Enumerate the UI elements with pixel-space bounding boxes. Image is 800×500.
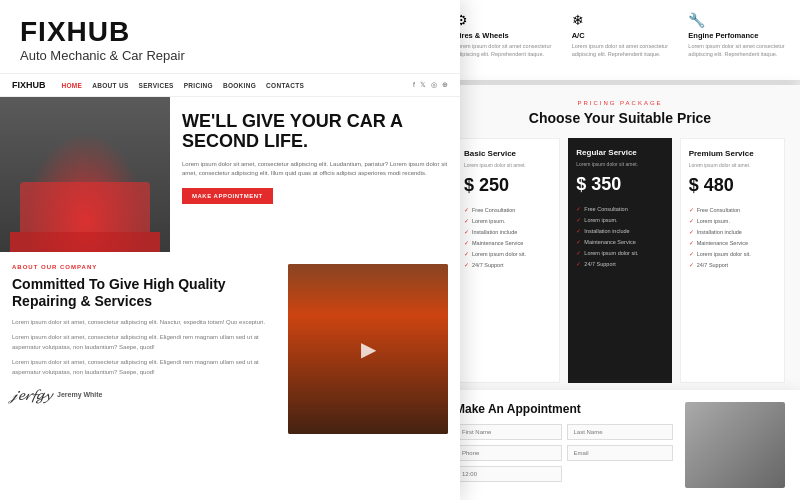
premium-plan: Premium Service Lorem ipsum dolor sit am… <box>680 138 785 383</box>
right-panel: ⚙ Tires & Wheels Lorem ipsum dolor sit a… <box>410 0 800 500</box>
about-image <box>288 264 448 434</box>
basic-plan-desc: Lorem ipsum dolor sit amet. <box>464 162 551 169</box>
social-pinterest[interactable]: ⊕ <box>442 81 448 89</box>
email-input[interactable] <box>567 445 674 461</box>
nav-item-home[interactable]: HOME <box>62 82 83 89</box>
check-icon: ✓ <box>689 239 694 246</box>
regular-plan-price: $ 350 <box>576 174 663 195</box>
regular-plan-features: ✓ Free Consultation ✓ Lorem ipsum. ✓ Ins… <box>576 203 663 269</box>
booking-form: Make An Appointment <box>455 402 673 488</box>
hero-section: WE'LL GIVE YOUR CAR A SECOND LIFE. Lorem… <box>0 97 460 252</box>
feature-item: ✓ Maintenance Service <box>576 236 663 247</box>
check-icon: ✓ <box>689 206 694 213</box>
first-name-input[interactable] <box>455 424 562 440</box>
service-item-tires: ⚙ Tires & Wheels Lorem ipsum dolor sit a… <box>455 12 552 58</box>
feature-item: ✓ Lorem ipsum. <box>464 215 551 226</box>
about-content: ABOUT OUR COMPANY Committed To Give High… <box>12 264 278 447</box>
check-icon: ✓ <box>464 239 469 246</box>
hero-image <box>0 97 170 252</box>
feature-item: ✓ Lorem ipsum dolor sit. <box>464 248 551 259</box>
feature-item: ✓ Installation include <box>576 225 663 236</box>
check-icon: ✓ <box>464 217 469 224</box>
check-icon: ✓ <box>576 260 581 267</box>
feature-item: ✓ Installation include <box>464 226 551 237</box>
feature-item: ✓ Free Consultation <box>576 203 663 214</box>
nav-bar: FIXHUB HOME ABOUT US SERVICES PRICING BO… <box>0 73 460 97</box>
basic-plan-name: Basic Service <box>464 149 551 158</box>
feature-item: ✓ Maintenance Service <box>689 237 776 248</box>
brand-title: FIXHUB <box>20 18 440 46</box>
about-label: ABOUT OUR COMPANY <box>12 264 273 270</box>
feature-item: ✓ Lorem ipsum dolor sit. <box>689 248 776 259</box>
feature-item: ✓ 24/7 Support <box>689 259 776 270</box>
booking-image-bg <box>685 402 785 488</box>
check-icon: ✓ <box>464 261 469 268</box>
engine-name: Engine Perfomance <box>688 31 785 40</box>
basic-plan-price: $ 250 <box>464 175 551 196</box>
social-instagram[interactable]: ◎ <box>431 81 437 89</box>
about-desc-3: Lorem ipsum dolor sit amet, consectetur … <box>12 358 273 377</box>
about-title: Committed To Give High Quality Repairing… <box>12 276 273 310</box>
booking-image <box>685 402 785 488</box>
time-input[interactable] <box>455 466 562 482</box>
check-icon: ✓ <box>689 261 694 268</box>
check-icon: ✓ <box>576 216 581 223</box>
hero-image-bg <box>0 97 170 252</box>
brand-subtitle: Auto Mechanic & Car Repair <box>20 48 440 63</box>
nav-item-pricing[interactable]: PRICING <box>184 82 213 89</box>
booking-fields <box>455 424 673 482</box>
premium-plan-name: Premium Service <box>689 149 776 158</box>
pricing-plans: Basic Service Lorem ipsum dolor sit amet… <box>455 138 785 383</box>
social-twitter[interactable]: 𝕏 <box>420 81 426 89</box>
check-icon: ✓ <box>464 228 469 235</box>
last-name-input[interactable] <box>567 424 674 440</box>
nav-item-services[interactable]: SERVICES <box>139 82 174 89</box>
ac-name: A/C <box>572 31 669 40</box>
make-appointment-button[interactable]: MAKE APPOINTMENT <box>182 188 273 204</box>
regular-plan: Regular Service Lorem ipsum dolor sit am… <box>568 138 671 383</box>
feature-item: ✓ Free Consultation <box>689 204 776 215</box>
left-panel: FIXHUB Auto Mechanic & Car Repair FIXHUB… <box>0 0 460 500</box>
nav-item-booking[interactable]: BOOKING <box>223 82 256 89</box>
social-facebook[interactable]: f <box>413 81 415 89</box>
feature-item: ✓ Lorem ipsum. <box>576 214 663 225</box>
about-section: ABOUT OUR COMPANY Committed To Give High… <box>0 252 460 447</box>
ac-icon: ❄ <box>572 12 669 28</box>
feature-item: ✓ 24/7 Support <box>576 258 663 269</box>
booking-title: Make An Appointment <box>455 402 673 416</box>
check-icon: ✓ <box>689 217 694 224</box>
basic-plan-features: ✓ Free Consultation ✓ Lorem ipsum. ✓ Ins… <box>464 204 551 270</box>
nav-logo[interactable]: FIXHUB <box>12 80 46 90</box>
feature-item: ✓ Lorem ipsum dolor sit. <box>576 247 663 258</box>
premium-plan-desc: Lorem ipsum dolor sit amet. <box>689 162 776 169</box>
hero-content: WE'LL GIVE YOUR CAR A SECOND LIFE. Lorem… <box>170 97 460 252</box>
regular-plan-name: Regular Service <box>576 148 663 157</box>
nav-social: f 𝕏 ◎ ⊕ <box>413 81 448 89</box>
ac-desc: Lorem ipsum dolor sit amet consectetur a… <box>572 43 669 58</box>
feature-item: ✓ Free Consultation <box>464 204 551 215</box>
pricing-label: PRICING PACKAGE <box>455 100 785 106</box>
check-icon: ✓ <box>576 205 581 212</box>
booking-card: Make An Appointment <box>440 390 800 500</box>
feature-item: ✓ Lorem ipsum. <box>689 215 776 226</box>
about-desc-1: Lorem ipsum dolor sit amet, consectetur … <box>12 318 273 328</box>
phone-input[interactable] <box>455 445 562 461</box>
nav-item-contacts[interactable]: CONTACTS <box>266 82 304 89</box>
signature-name: Jeremy White <box>57 391 103 398</box>
services-card: ⚙ Tires & Wheels Lorem ipsum dolor sit a… <box>440 0 800 80</box>
engine-icon: 🔧 <box>688 12 785 28</box>
pricing-title: Choose Your Suitable Price <box>455 110 785 126</box>
nav-item-about[interactable]: ABOUT US <box>92 82 128 89</box>
hero-description: Lorem ipsum dolor sit amet, consectetur … <box>182 160 448 178</box>
feature-item: ✓ 24/7 Support <box>464 259 551 270</box>
engine-desc: Lorem ipsum dolor sit amet consectetur a… <box>688 43 785 58</box>
hero-headline: WE'LL GIVE YOUR CAR A SECOND LIFE. <box>182 112 448 152</box>
brand-header: FIXHUB Auto Mechanic & Car Repair <box>0 0 460 73</box>
check-icon: ✓ <box>689 250 694 257</box>
check-icon: ✓ <box>576 238 581 245</box>
regular-plan-desc: Lorem ipsum dolor sit amet. <box>576 161 663 168</box>
tires-icon: ⚙ <box>455 12 552 28</box>
feature-item: ✓ Maintenance Service <box>464 237 551 248</box>
signature-area: 𝒿𝓮𝓻𝓯𝓰𝔂 Jeremy White <box>12 386 273 404</box>
tires-name: Tires & Wheels <box>455 31 552 40</box>
